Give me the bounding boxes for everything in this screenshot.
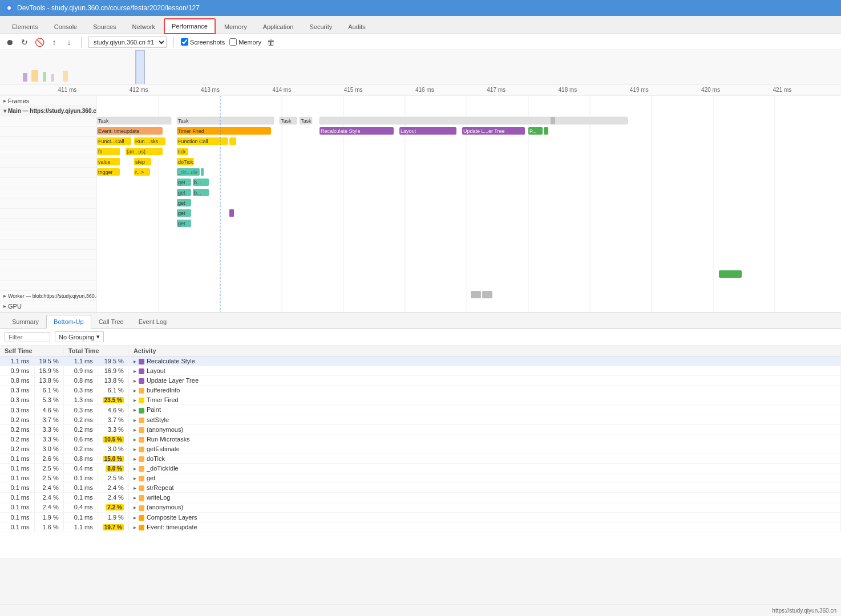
table-row[interactable]: 0.2 ms3.7 %0.2 ms3.7 %▸setStyle [0, 415, 841, 424]
tick-420ms: 420 ms [701, 87, 720, 93]
tab-security[interactable]: Security [302, 19, 339, 34]
svg-text:r...>: r...> [135, 169, 144, 175]
table-row[interactable]: 0.1 ms1.6 %1.1 ms19.7 %▸Event: timeupdat… [0, 522, 841, 532]
tab-memory[interactable]: Memory [217, 19, 254, 34]
svg-rect-3 [23, 73, 27, 82]
tick-411ms: 411 ms [58, 87, 77, 93]
table-row[interactable]: 0.2 ms3.0 %0.2 ms3.0 %▸getEstimate [0, 444, 841, 453]
svg-text:Task: Task [281, 118, 292, 124]
table-row[interactable]: 0.1 ms1.9 %0.1 ms1.9 %▸Composite Layers [0, 512, 841, 522]
toolbar-separator [81, 37, 82, 47]
svg-rect-4 [31, 70, 38, 82]
table-row[interactable]: 0.8 ms13.8 %0.8 ms13.8 %▸Update Layer Tr… [0, 376, 841, 386]
svg-rect-24 [177, 117, 274, 124]
chrome-logo-icon [5, 3, 14, 13]
tick-421ms: 421 ms [773, 87, 791, 93]
svg-text:get: get [178, 180, 185, 185]
svg-text:Run ...sks: Run ...sks [135, 139, 159, 144]
main-track-label[interactable]: ▾ Main — https://study.qiyun.360.cn/cour… [0, 106, 96, 116]
tab-application[interactable]: Application [256, 19, 301, 34]
title-bar: DevTools - study.qiyun.360.cn/course/fes… [0, 0, 841, 16]
svg-rect-71 [180, 168, 200, 176]
memory-checkbox[interactable] [229, 38, 237, 46]
table-row[interactable]: 0.1 ms2.6 %0.8 ms15.0 %▸doTick [0, 453, 841, 463]
table-row[interactable]: 0.1 ms2.4 %0.1 ms2.4 %▸strRepeat [0, 483, 841, 493]
tab-call-tree[interactable]: Call Tree [91, 315, 131, 328]
io-track-label[interactable]: ▸ Chrome_ChildIOThread [0, 311, 96, 312]
grouping-dropdown[interactable]: No Grouping ▾ [55, 331, 104, 342]
filter-bar: No Grouping ▾ [0, 329, 841, 346]
tab-audits[interactable]: Audits [341, 19, 373, 34]
filter-input[interactable] [5, 332, 50, 342]
svg-text:get: get [178, 200, 185, 206]
table-row[interactable]: 0.9 ms16.9 %0.9 ms16.9 %▸Layout [0, 366, 841, 376]
svg-text:get: get [178, 210, 185, 216]
u-row-label [0, 240, 96, 250]
reload-button[interactable]: ↻ [19, 37, 30, 47]
anon-row-label [0, 198, 96, 209]
upload-button[interactable]: ↑ [49, 37, 59, 47]
fn-call-row-label [0, 137, 96, 147]
svg-text:Function Call: Function Call [178, 139, 208, 144]
screenshots-checkbox[interactable] [181, 38, 188, 46]
gpu-track-label[interactable]: ▸ GPU [0, 301, 96, 311]
status-bar: https://study.qiyun.360.cn [0, 605, 841, 616]
screenshots-checkbox-label[interactable]: Screenshots [181, 38, 225, 46]
tab-performance[interactable]: Performance [164, 18, 216, 34]
svg-rect-7 [63, 71, 68, 82]
tab-bottom-up[interactable]: Bottom-Up [46, 315, 91, 329]
download-button[interactable]: ↓ [64, 37, 74, 47]
table-row[interactable]: 1.1 ms19.5 %1.1 ms19.5 %▸Recalculate Sty… [0, 356, 841, 366]
tab-sources[interactable]: Sources [86, 19, 123, 34]
event-row-label [0, 127, 96, 137]
table-row[interactable]: 0.1 ms2.4 %0.4 ms7.2 %▸(anonymous) [0, 502, 841, 512]
svg-rect-5 [43, 72, 46, 82]
clear-button[interactable]: 🚫 [34, 37, 45, 47]
trash-button[interactable]: 🗑 [266, 37, 276, 47]
tab-event-log[interactable]: Event Log [131, 315, 175, 328]
svg-text:b...: b... [194, 190, 201, 196]
svg-rect-89 [482, 291, 492, 298]
table-row[interactable]: 0.3 ms4.6 %0.3 ms4.6 %▸Paint [0, 405, 841, 415]
table-row[interactable]: 0.1 ms2.5 %0.1 ms2.5 %▸get [0, 473, 841, 483]
toolbar-separator2 [173, 37, 174, 47]
value-row-label [0, 157, 96, 168]
time-row-label [0, 219, 96, 229]
performance-toolbar: ⏺ ↻ 🚫 ↑ ↓ study.qiyun.360.cn #1 Screensh… [0, 34, 841, 50]
runr-row-label [0, 178, 96, 188]
self-time-header[interactable]: Self Time [0, 346, 63, 356]
activity-header[interactable]: Activity [128, 346, 840, 356]
table-row[interactable]: 0.3 ms5.3 %1.3 ms23.5 %▸Timer Fired [0, 395, 841, 405]
activity-table: Self Time Total Time Activity 1.1 ms19.5… [0, 346, 841, 532]
total-time-header[interactable]: Total Time [63, 346, 128, 356]
tab-console[interactable]: Console [47, 19, 84, 34]
svg-rect-51 [544, 127, 548, 135]
svg-text:fn: fn [98, 149, 103, 155]
table-row[interactable]: 0.1 ms2.5 %0.4 ms8.0 %▸_doTickIdle [0, 464, 841, 473]
svg-text:Update L...er Tree: Update L...er Tree [463, 128, 505, 134]
tab-summary[interactable]: Summary [5, 315, 46, 328]
frames-track-label[interactable]: ▸ Frames [0, 96, 96, 106]
tick-418ms: 418 ms [559, 87, 577, 93]
table-row[interactable]: 0.2 ms3.3 %0.6 ms10.5 %▸Run Microtasks [0, 434, 841, 444]
svg-rect-42 [229, 137, 236, 145]
svg-point-1 [7, 6, 11, 10]
svg-text:Task: Task [301, 118, 312, 124]
table-row[interactable]: 0.1 ms2.4 %0.1 ms2.4 %▸writeLog [0, 493, 841, 502]
memory-checkbox-label[interactable]: Memory [229, 38, 261, 46]
table-row[interactable]: 0.3 ms6.1 %0.3 ms6.1 %▸bufferedInfo [0, 386, 841, 395]
tab-elements[interactable]: Elements [5, 19, 46, 34]
record-button[interactable]: ⏺ [5, 37, 15, 47]
timeline-overview[interactable] [0, 50, 841, 84]
worker-track-label[interactable]: ▸ Worker — blob:https://study.qiyun.360.… [0, 291, 96, 301]
trigger-row-label [0, 168, 96, 178]
recording-select[interactable]: study.qiyun.360.cn #1 [88, 37, 167, 48]
activity-table-scroll[interactable]: Self Time Total Time Activity 1.1 ms19.5… [0, 346, 841, 557]
flame-chart-content: Task Task Task Task Event: timeupdate Ti… [97, 96, 841, 312]
svg-rect-70 [201, 168, 204, 176]
svg-text:doTick: doTick [178, 159, 193, 165]
tick-419ms: 419 ms [630, 87, 649, 93]
table-row[interactable]: 0.2 ms3.3 %0.2 ms3.3 %▸(anonymous) [0, 424, 841, 434]
svg-text:Funct...Call: Funct...Call [98, 139, 124, 144]
tab-network[interactable]: Network [125, 19, 163, 34]
